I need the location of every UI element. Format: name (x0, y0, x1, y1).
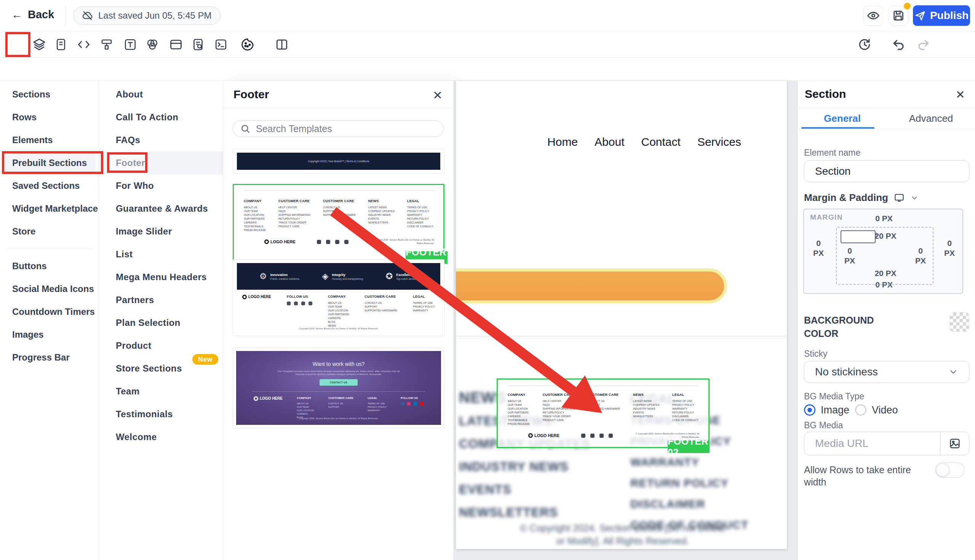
footer-link[interactable]: WARRANTY (672, 407, 698, 411)
publish-button[interactable]: Publish (913, 5, 970, 26)
terminal-icon[interactable] (214, 38, 228, 52)
footer-link[interactable]: RETURN POLICY (407, 217, 433, 221)
padding-left-value[interactable]: 0 PX (842, 246, 857, 266)
footer-link[interactable]: SHIPPING INFORMATION (279, 213, 311, 217)
instagram-icon[interactable] (590, 433, 594, 438)
linkedin-icon[interactable] (301, 302, 305, 305)
media-url-input[interactable]: Media URL (804, 432, 969, 455)
category-item-footer[interactable]: Footer (99, 152, 223, 174)
linkedin-icon[interactable] (414, 402, 417, 405)
footer-link[interactable]: CODE OF CONDUCT (672, 418, 698, 422)
footer-link[interactable]: DISCLAIMER (407, 221, 433, 225)
footer-link[interactable]: SUPPORTED HARDWARE (323, 213, 356, 217)
back-button[interactable]: ← Back (12, 8, 54, 21)
footer-link[interactable]: OUR TEAM (328, 305, 349, 309)
tab-general[interactable]: General (798, 113, 887, 125)
youtube-icon[interactable] (344, 240, 349, 244)
sticky-select[interactable]: No stickiness (804, 361, 969, 383)
category-item-partners[interactable]: Partners (99, 288, 223, 312)
youtube-icon[interactable] (309, 302, 312, 305)
footer-link[interactable]: HELP CENTER (543, 399, 575, 403)
radio-video[interactable] (855, 404, 866, 416)
sidebar-item-rows[interactable]: Rows (0, 106, 99, 129)
footer-link[interactable]: PRIVACY POLICY (367, 405, 386, 409)
footer-link[interactable]: WARRANTY (367, 409, 386, 412)
category-item-about[interactable]: About (99, 83, 223, 106)
code-icon[interactable] (77, 37, 91, 52)
footer-link[interactable]: RETURN POLICY (279, 217, 311, 221)
radio-image[interactable] (804, 404, 815, 416)
footer-link[interactable]: CAREERS (244, 221, 266, 225)
footer-link[interactable]: HELP CENTER (279, 205, 311, 209)
sidebar-item-widget-marketplace[interactable]: Widget Marketplace (0, 197, 99, 220)
footer-link[interactable]: OUR TEAM (244, 209, 266, 213)
footer-link[interactable]: OUR PARTNERS (328, 313, 349, 317)
footer-link[interactable]: TESTIMONIALS (508, 418, 530, 422)
footer-link[interactable]: NEWSLETTERS (633, 415, 659, 418)
footer-link[interactable]: ABOUT US (328, 301, 349, 305)
media-picker-button[interactable] (940, 432, 969, 455)
footer-link[interactable]: WARRANTY (413, 309, 435, 313)
category-item-list[interactable]: List (99, 243, 223, 266)
sidebar-item-buttons[interactable]: Buttons (0, 255, 99, 278)
sidebar-item-saved-sections[interactable]: Saved Sections (0, 174, 99, 197)
category-item-mega-menu-headers[interactable]: Mega Menu Headers (99, 266, 223, 288)
footer-link[interactable]: PRIVACY POLICY (407, 209, 433, 213)
footer-link[interactable]: ABOUT US (508, 399, 530, 403)
dropped-footer-section[interactable]: COMPANYABOUT USOUR TEAMOUR LOCATIONOUR P… (497, 378, 710, 448)
instagram-icon[interactable] (407, 402, 411, 405)
facebook-icon[interactable] (317, 240, 321, 244)
columns-layout-icon[interactable] (275, 37, 289, 52)
category-item-plan-selection[interactable]: Plan Selection (99, 312, 223, 334)
footer-template-03[interactable]: ⚙InnovationFresh, creative solutions.◈In… (233, 259, 444, 336)
facebook-icon[interactable] (401, 402, 404, 405)
footer-link[interactable]: RETURN POLICY (543, 411, 575, 415)
footer-link[interactable]: SUPPORT (328, 405, 354, 409)
nav-link-services[interactable]: Services (697, 135, 741, 148)
facebook-icon[interactable] (287, 302, 290, 305)
footer-link[interactable]: RETURN POLICY (672, 411, 698, 415)
instagram-icon[interactable] (326, 240, 330, 244)
sidebar-item-prebuilt-sections[interactable]: Prebuilt Sections (3, 152, 95, 174)
footer-link[interactable]: OUR LOCATION (297, 409, 314, 412)
allow-rows-toggle[interactable] (935, 462, 965, 478)
footer-link[interactable]: OUR TEAM (297, 405, 314, 409)
footer-link[interactable]: CAREERS (508, 415, 530, 418)
footer-link[interactable]: EVENTS (368, 217, 394, 221)
footer-link[interactable]: SHIPPING INFORMATION (543, 407, 575, 411)
footer-link[interactable]: OUR LOCATION (244, 213, 266, 217)
card-section-icon[interactable] (169, 37, 183, 52)
background-color-swatch[interactable] (950, 312, 969, 332)
sidebar-item-countdown-timers[interactable]: Countdown Timers (0, 300, 99, 323)
footer-link[interactable]: COMPANY UPDATES (633, 403, 659, 407)
footer-link[interactable]: DISCLAIMER (672, 415, 698, 418)
element-name-field[interactable]: Section (804, 160, 969, 182)
facebook-icon[interactable] (581, 433, 585, 438)
sidebar-item-images[interactable]: Images (0, 323, 99, 346)
layers-icon[interactable] (32, 37, 47, 52)
linkedin-icon[interactable] (599, 433, 604, 438)
footer-link[interactable]: WARRANTY (407, 213, 433, 217)
footer-link[interactable]: CONTACT US (364, 301, 397, 305)
padding-right-value[interactable]: 0 PX (913, 246, 928, 266)
footer-link[interactable]: OUR PARTNERS (508, 411, 530, 415)
category-item-welcome[interactable]: Welcome (99, 426, 223, 448)
element-box[interactable] (841, 230, 876, 243)
footer-link[interactable]: FAQS (543, 403, 575, 407)
footer-link[interactable]: TERMS OF USE (367, 402, 386, 405)
footer-template-04[interactable]: Want to work with us?Your Paragraph text… (233, 348, 444, 428)
version-history-icon[interactable] (857, 37, 872, 52)
blend-circles-icon[interactable] (145, 37, 160, 52)
sidebar-item-social-media-icons[interactable]: Social Media Icons (0, 278, 99, 300)
category-item-product[interactable]: Product (99, 334, 223, 357)
category-item-for-who[interactable]: For Who (99, 174, 223, 197)
footer-link[interactable]: CODE OF CONDUCT (407, 225, 433, 228)
category-item-team[interactable]: Team (99, 380, 223, 403)
footer-link[interactable]: PRODUCT CARE (279, 225, 311, 228)
footer-link[interactable]: TERMS OF USE (672, 399, 698, 403)
category-item-testimonials[interactable]: Testimonials (99, 403, 223, 426)
nav-link-about[interactable]: About (594, 135, 624, 148)
nav-link-contact[interactable]: Contact (641, 135, 681, 148)
footer-link[interactable]: CONTACT US (587, 399, 620, 403)
category-item-guarantee-awards[interactable]: Guarantee & Awards (99, 197, 223, 220)
